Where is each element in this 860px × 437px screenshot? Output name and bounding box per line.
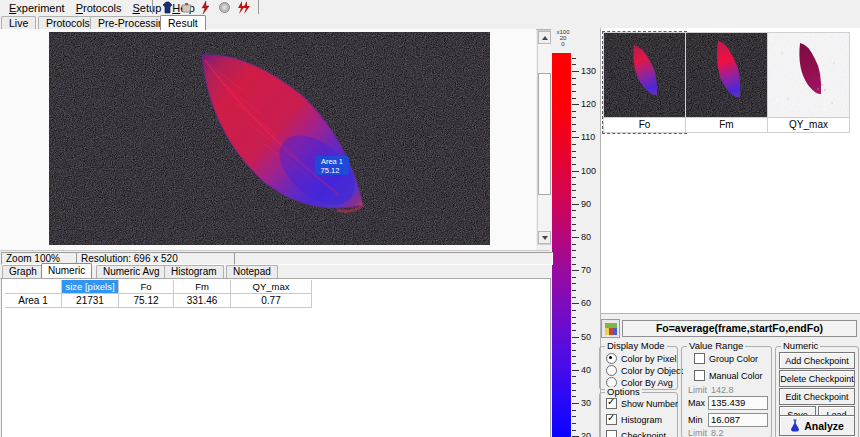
limit-bottom-row: Limit8.2 [688,428,724,437]
scroll-down-button[interactable] [538,231,551,244]
checkbox-group-color[interactable]: ✓ Group Color [694,353,758,364]
menu-protocols[interactable]: Protocols [71,1,128,15]
shirt-icon[interactable] [161,1,174,14]
area-overlay-label: Area 1 75.12 [315,156,349,175]
table-cell-qymax[interactable]: 0.77 [231,294,312,308]
max-input[interactable] [708,396,768,410]
table-header-qymax[interactable]: QY_max [231,280,312,294]
checkbox-show-number[interactable]: ✓ Show Number [606,398,678,409]
colorbar-header: x100 20 0 [553,29,573,47]
edit-checkpoint-button[interactable]: Edit Checkpoint [779,388,855,405]
numeric-table: size [pixels] Fo Fm QY_max Area 1 21731 … [1,278,551,437]
tab-histogram[interactable]: Histogram [164,265,224,278]
table-cell-fo[interactable]: 75.12 [119,294,174,308]
checkbox-icon: ✓ [606,398,617,409]
thumbnail-fo[interactable]: Fo [603,32,686,133]
tray-icon[interactable] [180,1,193,14]
radio-color-by-pixel[interactable]: Color by Pixel [606,353,677,364]
lightning-icon[interactable] [199,1,212,14]
menubar: Experiment Protocols Setup Help [0,0,860,15]
area-value-text: 75.12 [321,166,340,175]
delete-checkpoint-button[interactable]: Delete Checkpoint [779,370,855,387]
checkbox-checkpoint[interactable]: ✓ Checkpoint [606,430,666,437]
min-label: Min [688,415,703,425]
formula-bar[interactable]: Fo=average(frame,startFo,endFo) [622,320,857,337]
menu-experiment[interactable]: Experiment [4,1,71,15]
checkbox-icon: ✓ [694,370,705,381]
toolbar [152,0,259,14]
result-tabstrip: Graph Numeric Numeric Avg Histogram Note… [0,263,550,279]
thumbnail-fm[interactable]: Fm [685,32,768,133]
tab-protocols[interactable]: Protocols [38,16,98,29]
double-lightning-icon[interactable] [237,1,250,14]
value-range-group: Value Range ✓ Group Color ✓ Manual Color… [681,346,772,437]
table-cell-size[interactable]: 21731 [62,294,119,308]
thumbnail-qymax[interactable]: QY_max [767,32,850,133]
arrow-up-icon [542,36,548,40]
options-group: Options ✓ Show Number ✓ Histogram ✓ Chec… [599,392,678,437]
lut-palette-button[interactable] [601,319,620,338]
tab-numeric-avg[interactable]: Numeric Avg [96,265,167,278]
min-input[interactable] [708,413,768,427]
scrollbar-thumb[interactable] [538,73,551,195]
table-header-fo[interactable]: Fo [119,280,174,294]
tab-numeric[interactable]: Numeric [41,263,92,278]
checkbox-icon: ✓ [606,430,617,437]
record-circle-icon[interactable] [218,1,231,14]
tab-graph[interactable]: Graph [2,265,44,278]
flask-icon [790,419,800,432]
radio-icon [606,365,617,376]
radio-icon [606,353,617,364]
thumbnail-qymax-label: QY_max [768,117,849,132]
checkbox-manual-color[interactable]: ✓ Manual Color [694,370,763,381]
thumbnail-fm-label: Fm [686,117,767,132]
scroll-up-button[interactable] [538,31,551,44]
application-window: Experiment Protocols Setup Help Live Pro… [0,0,860,437]
table-header-fm[interactable]: Fm [174,280,231,294]
colorbar: x100 20 0 1301201101009080706050403020 [551,28,600,437]
statusbar: Zoom 100% Resolution: 696 x 520 [0,250,550,264]
thumbnail-fo-label: Fo [604,117,685,132]
checkbox-icon: ✓ [606,414,617,425]
arrow-down-icon [542,236,548,240]
checkbox-icon: ✓ [694,353,705,364]
value-range-title: Value Range [687,341,745,351]
fluorescence-image-canvas[interactable]: Area 1 75.12 [49,32,490,245]
table-cell-fm[interactable]: 331.46 [174,294,231,308]
display-mode-group: Display Mode Color by Pixel Color by Obj… [599,346,678,390]
lut-icon [605,323,617,335]
checkbox-histogram[interactable]: ✓ Histogram [606,414,662,425]
limit-top-row: Limit142.8 [688,385,734,395]
image-panel: Area 1 75.12 [0,29,536,250]
analyze-button[interactable]: Analyze [779,415,855,436]
tab-live[interactable]: Live [1,16,36,29]
tab-result[interactable]: Result [160,15,206,30]
display-mode-title: Display Mode [605,341,667,351]
numeric-title: Numeric [781,341,820,351]
add-checkpoint-button[interactable]: Add Checkpoint [779,352,855,369]
table-header-blank[interactable] [5,280,62,294]
colorbar-gradient [552,53,571,437]
table-cell-area[interactable]: Area 1 [5,294,62,308]
table-header-size[interactable]: size [pixels] [62,280,119,294]
radio-color-by-object[interactable]: Color by Object [606,365,683,376]
image-vertical-scrollbar[interactable] [537,30,552,245]
max-label: Max [688,398,705,408]
tab-notepad[interactable]: Notepad [226,265,278,278]
